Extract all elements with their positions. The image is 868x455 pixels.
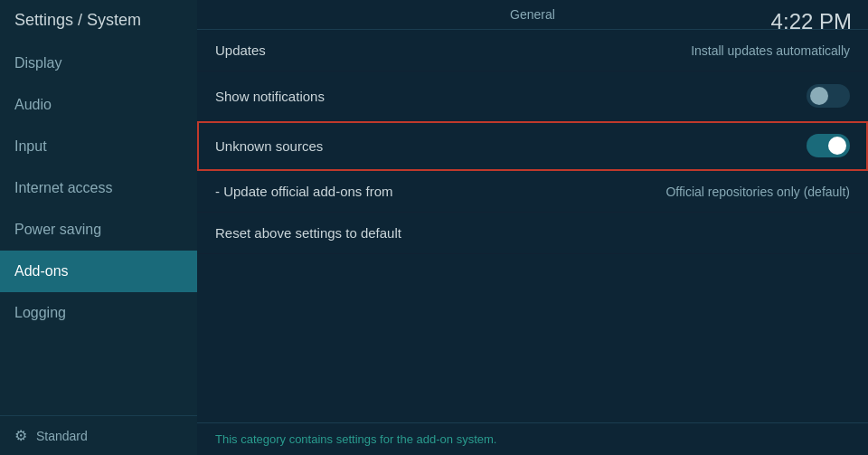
setting-label-update-official: - Update official add-ons from <box>215 184 393 199</box>
standard-label: Standard <box>36 429 88 443</box>
sidebar-item-internet-access[interactable]: Internet access <box>0 167 197 209</box>
setting-label-show-notifications: Show notifications <box>215 89 325 104</box>
sidebar-item-display[interactable]: Display <box>0 43 197 84</box>
page-title: Settings / System <box>0 0 197 43</box>
setting-label-unknown-sources: Unknown sources <box>215 138 323 154</box>
content-footer: This category contains settings for the … <box>197 422 868 455</box>
toggle-knob-unknown <box>828 137 846 155</box>
setting-row-updates[interactable]: Updates Install updates automatically <box>197 30 868 71</box>
clock: 4:22 PM <box>771 9 852 34</box>
sidebar-item-logging[interactable]: Logging <box>0 292 197 334</box>
setting-value-updates: Install updates automatically <box>691 43 850 58</box>
settings-list: Updates Install updates automatically Sh… <box>197 30 868 422</box>
toggle-show-notifications[interactable] <box>807 84 850 108</box>
sidebar-item-add-ons[interactable]: Add-ons <box>0 251 197 292</box>
gear-icon: ⚙ <box>14 427 27 444</box>
setting-value-update-official: Official repositories only (default) <box>665 185 850 199</box>
sidebar: Settings / System Display Audio Input In… <box>0 0 197 455</box>
toggle-knob <box>810 87 828 105</box>
toggle-unknown-sources[interactable] <box>807 134 850 157</box>
setting-row-update-official[interactable]: - Update official add-ons from Official … <box>197 171 868 213</box>
sidebar-item-audio[interactable]: Audio <box>0 84 197 126</box>
setting-row-unknown-sources[interactable]: Unknown sources <box>197 121 868 171</box>
setting-label-updates: Updates <box>215 43 266 58</box>
reset-row[interactable]: Reset above settings to default <box>197 213 868 254</box>
section-header: General <box>197 0 868 30</box>
setting-row-show-notifications[interactable]: Show notifications <box>197 71 868 121</box>
sidebar-footer: ⚙ Standard <box>0 415 197 455</box>
sidebar-item-power-saving[interactable]: Power saving <box>0 209 197 251</box>
main-content: General Updates Install updates automati… <box>197 0 868 455</box>
sidebar-item-input[interactable]: Input <box>0 126 197 167</box>
